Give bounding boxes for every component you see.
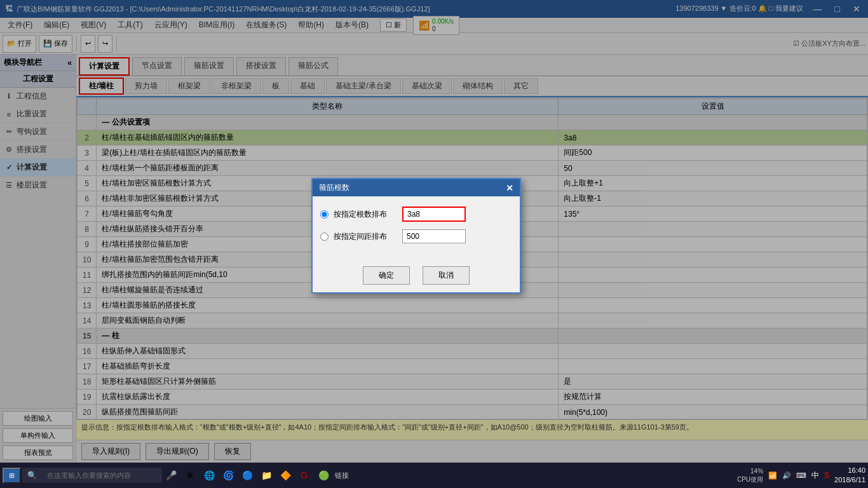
taskbar-ie-icon[interactable]: 🌐 xyxy=(201,468,217,483)
taskbar-icons: 🎤 ❄ 🌐 🌀 🔵 📁 🔶 G 🟢 xyxy=(163,468,331,483)
modal-footer: 确定 取消 xyxy=(313,261,520,292)
time-display: 16:40 xyxy=(834,466,865,475)
modal-title-bar: 箍筋根数 ✕ xyxy=(313,179,520,196)
option2-radio[interactable] xyxy=(320,233,329,241)
taskbar-ie3-icon[interactable]: 🔵 xyxy=(240,468,255,483)
search-icon: 🔍 xyxy=(27,471,37,480)
input-method-icon: S xyxy=(824,471,829,480)
modal-option2-row: 按指定间距排布 xyxy=(320,229,512,243)
taskbar-right: 14% CPU使用 📶 🔊 ⌨ 中 S 16:40 2018/6/11 xyxy=(737,466,865,485)
taskbar-apps-icon[interactable]: ❄ xyxy=(182,468,198,483)
cpu-label: CPU使用 xyxy=(737,475,763,484)
taskbar-mic-icon[interactable]: 🎤 xyxy=(163,468,179,483)
taskbar-link-label: 链接 xyxy=(335,471,349,480)
taskbar-green-icon[interactable]: 🟢 xyxy=(316,468,331,483)
modal-content: 按指定根数排布 按指定间距排布 xyxy=(313,196,520,261)
taskbar-search-input[interactable] xyxy=(39,469,154,482)
option1-input[interactable] xyxy=(402,207,466,222)
modal-option1-row: 按指定根数排布 xyxy=(320,207,512,222)
option1-label: 按指定根数排布 xyxy=(334,209,397,220)
wifi-taskbar-icon: 📶 xyxy=(768,471,777,480)
start-button[interactable]: ⊞ xyxy=(3,468,21,484)
stirrup-count-dialog: 箍筋根数 ✕ 按指定根数排布 按指定间距排布 确定 取消 xyxy=(311,178,521,294)
date-display: 2018/6/11 xyxy=(834,475,865,485)
taskbar-app1-icon[interactable]: 🔶 xyxy=(278,468,293,483)
option1-radio[interactable] xyxy=(320,210,329,219)
cpu-info: 14% CPU使用 xyxy=(737,467,763,484)
time-info: 16:40 2018/6/11 xyxy=(834,466,865,485)
modal-title-text: 箍筋根数 xyxy=(319,182,349,193)
taskbar: ⊞ 🔍 🎤 ❄ 🌐 🌀 🔵 📁 🔶 G 🟢 链接 14% CPU使用 📶 🔊 ⌨… xyxy=(0,463,868,488)
taskbar-folder-icon[interactable]: 📁 xyxy=(259,468,274,483)
modal-ok-btn[interactable]: 确定 xyxy=(363,266,410,285)
taskbar-app2-icon[interactable]: G xyxy=(297,468,312,483)
volume-icon: 🔊 xyxy=(782,471,791,480)
taskbar-ie2-icon[interactable]: 🌀 xyxy=(220,468,236,483)
cpu-percent: 14% xyxy=(737,467,763,475)
option2-label: 按指定间距排布 xyxy=(334,231,397,242)
keyboard-icon: ⌨ xyxy=(796,471,806,480)
lang-indicator: 中 xyxy=(811,470,819,481)
option2-input[interactable] xyxy=(402,229,466,243)
modal-close-btn[interactable]: ✕ xyxy=(506,183,513,193)
modal-cancel-btn[interactable]: 取消 xyxy=(423,266,470,285)
